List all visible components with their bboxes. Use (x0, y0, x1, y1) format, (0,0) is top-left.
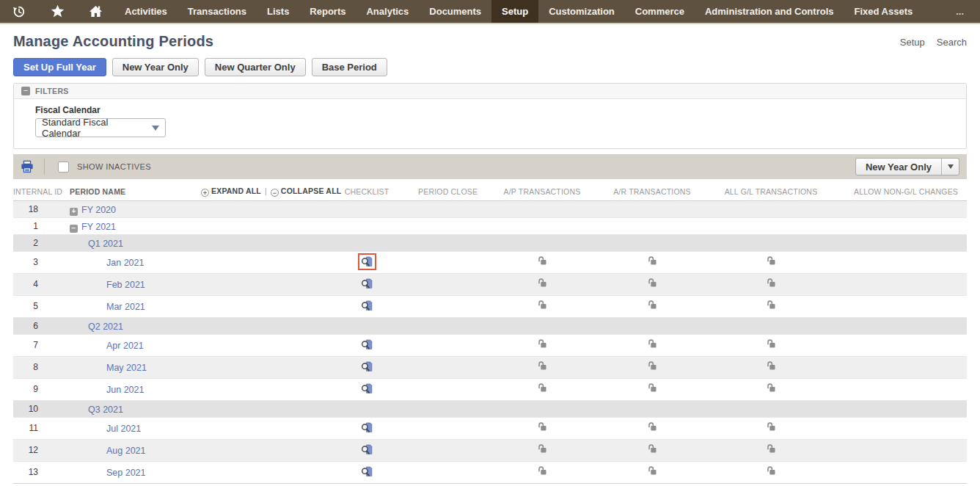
allow-non-gl-changes-cell (845, 334, 967, 356)
unlocked-icon[interactable] (766, 338, 776, 349)
unlocked-icon[interactable] (647, 465, 657, 476)
period-link[interactable]: Q1 2021 (88, 239, 123, 249)
checklist-cell-box (359, 337, 376, 352)
new-year-only-button[interactable]: New Year Only (856, 159, 941, 175)
printer-icon[interactable] (21, 160, 34, 173)
search-link[interactable]: Search (937, 37, 967, 48)
checklist-icon[interactable] (361, 360, 373, 373)
unlocked-icon[interactable] (647, 360, 657, 371)
unlocked-icon[interactable] (537, 421, 547, 432)
unlocked-icon[interactable] (766, 465, 776, 476)
set-up-full-year-button[interactable]: Set Up Full Year (13, 58, 106, 76)
period-link[interactable]: Mar 2021 (106, 302, 145, 312)
all-gl-transactions-cell (697, 273, 845, 295)
period-link[interactable]: Jun 2021 (106, 385, 144, 395)
unlocked-icon[interactable] (766, 443, 776, 454)
ap-transactions-cell (477, 317, 607, 334)
period-name-cell: Jul 2021 (54, 417, 201, 439)
unlocked-icon[interactable] (537, 360, 547, 371)
unlocked-icon[interactable] (647, 255, 657, 266)
unlocked-icon[interactable] (766, 300, 776, 310)
nav-item-lists[interactable]: Lists (257, 0, 299, 23)
collapse-all-button[interactable]: COLLAPSE ALL (271, 186, 342, 195)
ar-transactions-cell (607, 417, 697, 439)
checklist-cell (315, 400, 418, 417)
checklist-icon[interactable] (361, 443, 373, 456)
period-link[interactable]: Jul 2021 (106, 424, 141, 434)
page-title: Manage Accounting Periods (13, 33, 213, 50)
unlocked-icon[interactable] (537, 443, 547, 454)
all-gl-transactions-cell (697, 356, 845, 378)
period-link[interactable]: May 2021 (106, 363, 147, 373)
split-button-dropdown[interactable] (941, 159, 959, 175)
unlocked-icon[interactable] (537, 300, 547, 310)
unlocked-icon[interactable] (647, 443, 657, 454)
nav-item-activities[interactable]: Activities (114, 0, 178, 23)
ar-transactions-cell (607, 217, 697, 234)
nav-item-analytics[interactable]: Analytics (356, 0, 419, 23)
checklist-icon[interactable] (361, 421, 373, 434)
nav-item-documents[interactable]: Documents (419, 0, 491, 23)
unlocked-icon[interactable] (766, 360, 776, 371)
period-close-cell (418, 273, 477, 295)
nav-item-administration-and-controls[interactable]: Administration and Controls (695, 0, 844, 23)
new-year-only-button[interactable]: New Year Only (112, 58, 199, 76)
unlocked-icon[interactable] (537, 255, 547, 266)
unlocked-icon[interactable] (537, 465, 547, 476)
nav-item-customization[interactable]: Customization (538, 0, 625, 23)
period-row: 10 Q3 2021 (13, 400, 967, 417)
allow-non-gl-changes-cell (845, 317, 967, 334)
period-link[interactable]: Sep 2021 (106, 468, 146, 478)
setup-link[interactable]: Setup (900, 37, 925, 48)
checklist-icon[interactable] (361, 382, 373, 395)
nav-item-more[interactable]: ... (940, 0, 980, 23)
checklist-icon[interactable] (361, 465, 373, 478)
period-link[interactable]: Q2 2021 (88, 322, 123, 332)
expand-cell (201, 334, 315, 356)
nav-item-transactions[interactable]: Transactions (178, 0, 257, 23)
expand-toggle-icon[interactable] (70, 208, 78, 216)
period-close-cell (418, 356, 477, 378)
nav-item-setup[interactable]: Setup (491, 0, 538, 23)
checklist-cell (315, 273, 418, 295)
checklist-icon[interactable] (361, 255, 373, 268)
period-link[interactable]: Aug 2021 (106, 446, 146, 456)
expand-all-button[interactable]: EXPAND ALL (201, 186, 261, 195)
period-name-cell: Q3 2021 (54, 400, 201, 417)
show-inactives-checkbox[interactable] (58, 162, 69, 173)
history-icon[interactable] (0, 0, 38, 23)
fiscal-calendar-select[interactable]: Standard Fiscal Calendar (35, 118, 166, 137)
period-link[interactable]: Jan 2021 (106, 258, 144, 268)
period-link[interactable]: Apr 2021 (106, 341, 144, 351)
nav-item-reports[interactable]: Reports (299, 0, 356, 23)
unlocked-icon[interactable] (537, 278, 547, 288)
unlocked-icon[interactable] (647, 300, 657, 310)
base-period-button[interactable]: Base Period (312, 58, 387, 76)
unlocked-icon[interactable] (537, 382, 547, 393)
unlocked-icon[interactable] (647, 382, 657, 393)
checklist-cell (315, 200, 418, 217)
nav-item-fixed-assets[interactable]: Fixed Assets (844, 0, 923, 23)
ap-transactions-cell (477, 273, 607, 295)
checklist-icon[interactable] (361, 300, 373, 312)
period-link[interactable]: FY 2021 (81, 222, 116, 232)
checklist-icon[interactable] (361, 338, 373, 351)
unlocked-icon[interactable] (647, 278, 657, 288)
period-link[interactable]: Q3 2021 (88, 405, 123, 415)
unlocked-icon[interactable] (766, 382, 776, 393)
unlocked-icon[interactable] (647, 421, 657, 432)
star-icon[interactable] (38, 0, 76, 23)
home-icon[interactable] (76, 0, 114, 23)
period-link[interactable]: Feb 2021 (106, 280, 145, 290)
collapse-toggle-icon[interactable] (70, 225, 78, 233)
new-quarter-only-button[interactable]: New Quarter Only (205, 58, 306, 76)
checklist-icon[interactable] (361, 278, 373, 290)
period-link[interactable]: FY 2020 (81, 205, 116, 215)
nav-item-commerce[interactable]: Commerce (625, 0, 695, 23)
unlocked-icon[interactable] (537, 338, 547, 349)
collapse-filters-icon[interactable] (21, 87, 30, 95)
unlocked-icon[interactable] (766, 278, 776, 288)
unlocked-icon[interactable] (647, 338, 657, 349)
unlocked-icon[interactable] (766, 421, 776, 432)
unlocked-icon[interactable] (766, 255, 776, 266)
